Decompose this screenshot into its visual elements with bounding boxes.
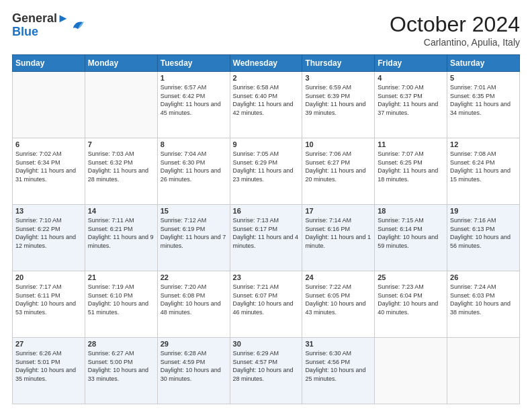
day-number: 26 xyxy=(450,273,517,281)
day-number: 19 xyxy=(450,207,517,215)
col-thursday: Thursday xyxy=(302,55,375,72)
table-row: 16Sunrise: 7:13 AMSunset: 6:17 PMDayligh… xyxy=(230,205,302,271)
day-info: Sunrise: 7:13 AMSunset: 6:17 PMDaylight:… xyxy=(233,216,300,250)
col-wednesday: Wednesday xyxy=(230,55,302,72)
logo-general: General xyxy=(12,11,57,25)
day-number: 16 xyxy=(233,207,300,215)
day-info: Sunrise: 7:20 AMSunset: 6:08 PMDaylight:… xyxy=(161,283,227,316)
table-row: 28Sunrise: 6:27 AMSunset: 5:00 PMDayligh… xyxy=(85,338,157,404)
col-monday: Monday xyxy=(85,55,157,72)
col-saturday: Saturday xyxy=(447,55,520,72)
day-info: Sunrise: 7:05 AMSunset: 6:29 PMDaylight:… xyxy=(233,150,300,183)
calendar-week-row: 27Sunrise: 6:26 AMSunset: 5:01 PMDayligh… xyxy=(13,338,520,404)
day-number: 9 xyxy=(233,140,300,148)
header: General► Blue October 2024 Carlantino, A… xyxy=(12,12,520,48)
col-friday: Friday xyxy=(375,55,447,72)
day-number: 24 xyxy=(305,273,371,281)
day-number: 15 xyxy=(161,207,227,215)
table-row: 15Sunrise: 7:12 AMSunset: 6:19 PMDayligh… xyxy=(157,205,230,271)
table-row xyxy=(85,72,157,138)
day-number: 23 xyxy=(233,273,300,281)
table-row: 20Sunrise: 7:17 AMSunset: 6:11 PMDayligh… xyxy=(13,271,85,338)
day-number: 17 xyxy=(305,207,371,215)
calendar-table: Sunday Monday Tuesday Wednesday Thursday… xyxy=(12,54,520,404)
calendar-week-row: 13Sunrise: 7:10 AMSunset: 6:22 PMDayligh… xyxy=(13,205,520,271)
day-info: Sunrise: 6:30 AMSunset: 4:56 PMDaylight:… xyxy=(305,349,371,383)
day-number: 29 xyxy=(161,340,227,348)
table-row: 26Sunrise: 7:24 AMSunset: 6:03 PMDayligh… xyxy=(447,271,520,338)
table-row xyxy=(375,338,447,404)
location-subtitle: Carlantino, Apulia, Italy xyxy=(390,37,520,48)
day-number: 1 xyxy=(161,74,227,82)
day-number: 11 xyxy=(378,140,444,148)
logo-blue: ► xyxy=(57,11,69,25)
day-info: Sunrise: 6:26 AMSunset: 5:01 PMDaylight:… xyxy=(15,349,82,383)
title-block: October 2024 Carlantino, Apulia, Italy xyxy=(390,12,520,48)
day-info: Sunrise: 6:57 AMSunset: 6:42 PMDaylight:… xyxy=(161,83,227,117)
day-info: Sunrise: 7:19 AMSunset: 6:10 PMDaylight:… xyxy=(88,283,154,316)
day-info: Sunrise: 7:17 AMSunset: 6:11 PMDaylight:… xyxy=(15,283,82,316)
day-number: 3 xyxy=(305,74,371,82)
table-row: 7Sunrise: 7:03 AMSunset: 6:32 PMDaylight… xyxy=(85,138,157,205)
logo: General► Blue xyxy=(12,12,85,39)
table-row: 12Sunrise: 7:08 AMSunset: 6:24 PMDayligh… xyxy=(447,138,520,205)
day-info: Sunrise: 7:07 AMSunset: 6:25 PMDaylight:… xyxy=(378,150,444,183)
day-info: Sunrise: 6:28 AMSunset: 4:59 PMDaylight:… xyxy=(161,349,227,383)
calendar-header-row: Sunday Monday Tuesday Wednesday Thursday… xyxy=(13,55,520,72)
day-info: Sunrise: 7:15 AMSunset: 6:14 PMDaylight:… xyxy=(378,216,444,250)
logo-blue-text: Blue xyxy=(12,26,38,39)
table-row: 31Sunrise: 6:30 AMSunset: 4:56 PMDayligh… xyxy=(302,338,375,404)
table-row: 19Sunrise: 7:16 AMSunset: 6:13 PMDayligh… xyxy=(447,205,520,271)
day-number: 27 xyxy=(15,340,82,348)
table-row: 9Sunrise: 7:05 AMSunset: 6:29 PMDaylight… xyxy=(230,138,302,205)
table-row xyxy=(13,72,85,138)
table-row: 29Sunrise: 6:28 AMSunset: 4:59 PMDayligh… xyxy=(157,338,230,404)
day-info: Sunrise: 7:00 AMSunset: 6:37 PMDaylight:… xyxy=(378,83,444,117)
day-number: 28 xyxy=(88,340,154,348)
day-info: Sunrise: 7:24 AMSunset: 6:03 PMDaylight:… xyxy=(450,283,517,316)
day-number: 6 xyxy=(15,140,82,148)
col-sunday: Sunday xyxy=(13,55,85,72)
day-info: Sunrise: 6:27 AMSunset: 5:00 PMDaylight:… xyxy=(88,349,154,383)
calendar-week-row: 6Sunrise: 7:02 AMSunset: 6:34 PMDaylight… xyxy=(13,138,520,205)
day-number: 30 xyxy=(233,340,300,348)
table-row: 17Sunrise: 7:14 AMSunset: 6:16 PMDayligh… xyxy=(302,205,375,271)
table-row: 23Sunrise: 7:21 AMSunset: 6:07 PMDayligh… xyxy=(230,271,302,338)
table-row: 30Sunrise: 6:29 AMSunset: 4:57 PMDayligh… xyxy=(230,338,302,404)
table-row: 2Sunrise: 6:58 AMSunset: 6:40 PMDaylight… xyxy=(230,72,302,138)
table-row: 18Sunrise: 7:15 AMSunset: 6:14 PMDayligh… xyxy=(375,205,447,271)
day-info: Sunrise: 6:29 AMSunset: 4:57 PMDaylight:… xyxy=(233,349,300,383)
calendar-week-row: 20Sunrise: 7:17 AMSunset: 6:11 PMDayligh… xyxy=(13,271,520,338)
month-title: October 2024 xyxy=(390,12,520,37)
table-row: 25Sunrise: 7:23 AMSunset: 6:04 PMDayligh… xyxy=(375,271,447,338)
day-number: 7 xyxy=(88,140,154,148)
day-number: 2 xyxy=(233,74,300,82)
calendar-week-row: 1Sunrise: 6:57 AMSunset: 6:42 PMDaylight… xyxy=(13,72,520,138)
day-number: 10 xyxy=(305,140,371,148)
day-info: Sunrise: 6:59 AMSunset: 6:39 PMDaylight:… xyxy=(305,83,371,117)
table-row: 5Sunrise: 7:01 AMSunset: 6:35 PMDaylight… xyxy=(447,72,520,138)
day-info: Sunrise: 7:01 AMSunset: 6:35 PMDaylight:… xyxy=(450,83,517,117)
day-number: 4 xyxy=(378,74,444,82)
table-row: 11Sunrise: 7:07 AMSunset: 6:25 PMDayligh… xyxy=(375,138,447,205)
table-row: 13Sunrise: 7:10 AMSunset: 6:22 PMDayligh… xyxy=(13,205,85,271)
day-info: Sunrise: 7:23 AMSunset: 6:04 PMDaylight:… xyxy=(378,283,444,316)
day-number: 20 xyxy=(15,273,82,281)
table-row: 14Sunrise: 7:11 AMSunset: 6:21 PMDayligh… xyxy=(85,205,157,271)
day-info: Sunrise: 7:16 AMSunset: 6:13 PMDaylight:… xyxy=(450,216,517,250)
day-info: Sunrise: 6:58 AMSunset: 6:40 PMDaylight:… xyxy=(233,83,300,117)
table-row xyxy=(447,338,520,404)
day-number: 12 xyxy=(450,140,517,148)
day-number: 5 xyxy=(450,74,517,82)
table-row: 27Sunrise: 6:26 AMSunset: 5:01 PMDayligh… xyxy=(13,338,85,404)
day-info: Sunrise: 7:06 AMSunset: 6:27 PMDaylight:… xyxy=(305,150,371,183)
day-number: 14 xyxy=(88,207,154,215)
day-number: 25 xyxy=(378,273,444,281)
day-info: Sunrise: 7:04 AMSunset: 6:30 PMDaylight:… xyxy=(161,150,227,183)
day-info: Sunrise: 7:22 AMSunset: 6:05 PMDaylight:… xyxy=(305,283,371,316)
table-row: 21Sunrise: 7:19 AMSunset: 6:10 PMDayligh… xyxy=(85,271,157,338)
day-info: Sunrise: 7:10 AMSunset: 6:22 PMDaylight:… xyxy=(15,216,82,250)
day-number: 21 xyxy=(88,273,154,281)
table-row: 10Sunrise: 7:06 AMSunset: 6:27 PMDayligh… xyxy=(302,138,375,205)
day-info: Sunrise: 7:21 AMSunset: 6:07 PMDaylight:… xyxy=(233,283,300,316)
